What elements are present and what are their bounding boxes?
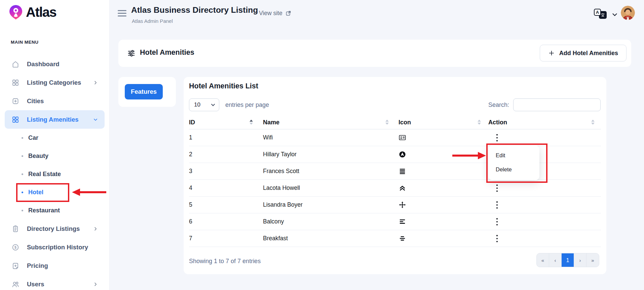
row-actions-button[interactable]: [491, 182, 503, 194]
svg-text:$: $: [14, 245, 16, 249]
cell-name: Balcony: [263, 218, 284, 225]
sidebar-subitem-restaurant[interactable]: Restaurant: [5, 201, 105, 219]
grid-icon: [11, 116, 20, 124]
sidebar-subitem-car[interactable]: Car: [5, 129, 105, 147]
table-body: 1Wifi2Hillary Taylor3Frances Scott4Lacot…: [189, 129, 601, 247]
action-menu-item-delete[interactable]: Delete: [496, 166, 512, 173]
table-row: 6Balcony: [189, 213, 601, 230]
sidebar-subitem-label: Beauty: [28, 153, 48, 160]
search-input[interactable]: [513, 98, 601, 111]
angles-up-icon: [399, 184, 406, 192]
row-action-menu: EditDelete: [488, 146, 539, 180]
sidebar-item-pricing[interactable]: Pricing: [5, 256, 105, 275]
table-summary: Showing 1 to 7 of 7 entries: [189, 258, 261, 265]
circle-arrow-icon: [399, 151, 406, 158]
sidebar-item-users[interactable]: Users: [5, 275, 105, 290]
user-avatar[interactable]: [621, 6, 635, 20]
pagination-prev-button[interactable]: ‹: [549, 253, 562, 267]
sidebar-subitem-hotel[interactable]: Hotel: [5, 183, 105, 201]
sidebar-subitem-real-estate[interactable]: Real Estate: [5, 165, 105, 183]
sidebar-item-label: Cities: [27, 97, 44, 105]
clipboard-icon: [11, 225, 20, 233]
cell-id: 2: [189, 151, 192, 158]
entries-per-page-select[interactable]: 10: [189, 98, 219, 111]
bullet-icon: [22, 137, 23, 139]
column-header-id[interactable]: ID: [189, 119, 195, 126]
sidebar-item-listing-categories[interactable]: Listing Categories: [5, 73, 105, 92]
sidebar-item-subscription-history[interactable]: $Subscription History: [5, 238, 105, 256]
cell-name: Hillary Taylor: [263, 151, 297, 158]
table-row: 7Breakfast: [189, 230, 601, 247]
table-row: 5Lisandra Boyer: [189, 197, 601, 213]
sidebar-subitem-label: Car: [28, 134, 38, 141]
square-plus-icon: [11, 97, 20, 105]
sidebar-subitem-label: Real Estate: [28, 171, 61, 178]
users-icon: [11, 280, 20, 288]
add-hotel-amenities-button[interactable]: Add Hotel Amenities: [540, 45, 627, 61]
sidebar-subitem-beauty[interactable]: Beauty: [5, 147, 105, 165]
sidebar-item-label: Pricing: [27, 262, 48, 270]
chevron-right-icon: [92, 80, 99, 86]
sidebar-item-label: Users: [27, 281, 44, 288]
column-header-name[interactable]: Name: [263, 119, 279, 126]
pagination-first-button[interactable]: «: [537, 253, 549, 267]
table-row: 4Lacota Howell: [189, 180, 601, 197]
sort-icon-id[interactable]: [250, 120, 253, 125]
action-menu-item-edit[interactable]: Edit: [496, 152, 505, 159]
list-card-title: Hotel Amenities List: [189, 82, 258, 90]
features-tab-button[interactable]: Features: [125, 84, 163, 99]
sort-icon-name[interactable]: [385, 120, 389, 125]
row-actions-button[interactable]: [491, 233, 503, 244]
column-header-icon[interactable]: Icon: [399, 119, 411, 126]
home-icon: [11, 60, 20, 68]
sort-icon-action[interactable]: [591, 120, 595, 125]
sidebar-item-label: Listing Amenities: [27, 116, 79, 123]
translate-icon: A: [594, 9, 601, 16]
align-center-icon: [399, 235, 406, 242]
row-actions-button[interactable]: [491, 199, 503, 211]
app-title: Atlas Business Directory Listing: [131, 5, 258, 15]
dollar-circle-icon: $: [11, 243, 20, 251]
sort-icon-icon[interactable]: [478, 120, 481, 125]
atlas-pin-icon: [8, 4, 24, 20]
cell-id: 4: [189, 184, 192, 192]
column-header-action[interactable]: Action: [488, 119, 507, 126]
row-actions-button[interactable]: [491, 132, 503, 143]
sidebar-item-listing-amenities[interactable]: Listing Amenities: [5, 110, 105, 129]
plus-icon: [548, 50, 555, 56]
chevron-right-icon: [92, 281, 99, 287]
features-card: Features: [118, 77, 176, 107]
sidebar-nav: DashboardListing CategoriesCitiesListing…: [0, 55, 109, 290]
bullet-icon: [22, 155, 23, 157]
menu-icon[interactable]: [118, 10, 126, 16]
pagination-next-button[interactable]: ›: [574, 253, 586, 267]
align-left-icon: [399, 218, 406, 225]
bullet-icon: [22, 210, 23, 211]
pagination-last-button[interactable]: »: [586, 253, 599, 267]
address-card-icon: [399, 134, 406, 141]
brand-name: Atlas: [26, 5, 56, 20]
pagination: «‹1›»: [536, 253, 599, 267]
sidebar-item-cities[interactable]: Cities: [5, 92, 105, 110]
cell-id: 6: [189, 218, 192, 225]
language-switcher[interactable]: A: [594, 9, 608, 19]
bullet-icon: [22, 192, 23, 193]
row-actions-button[interactable]: [491, 216, 503, 227]
chevron-right-icon: [92, 226, 99, 232]
sidebar-item-dashboard[interactable]: Dashboard: [5, 55, 105, 73]
sidebar-item-directory-listings[interactable]: Directory Listings: [5, 219, 105, 238]
external-link-icon: [286, 10, 291, 16]
chevron-down-icon[interactable]: [612, 12, 617, 16]
brand-logo[interactable]: Atlas: [8, 4, 56, 20]
grid-icon: [11, 79, 20, 87]
entries-per-page-label: entries per page: [225, 101, 269, 109]
page-header-card: Hotel Amenities Add Hotel Amenities: [118, 40, 631, 67]
chevron-down-icon: [92, 117, 99, 123]
cell-name: Frances Scott: [263, 168, 299, 175]
view-site-link[interactable]: View site: [259, 10, 291, 17]
chevron-down-icon: [211, 103, 215, 107]
cell-name: Wifi: [263, 134, 273, 141]
table-header-row: IDNameIconAction: [189, 117, 601, 129]
app-subtitle: Atlas Admin Panel: [132, 18, 173, 24]
pagination-page-1[interactable]: 1: [562, 253, 574, 267]
